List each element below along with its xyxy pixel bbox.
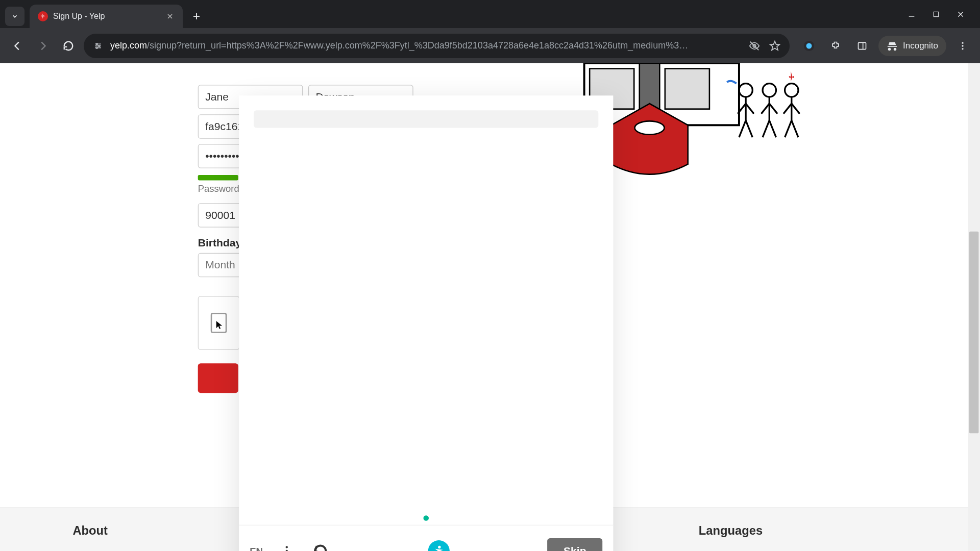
footer-col-languages: Languages English Countries — [699, 524, 908, 551]
browser-chrome: Sign Up - Yelp yelp.com/signup?return_ur… — [0, 0, 980, 63]
svg-line-43 — [783, 104, 792, 114]
close-icon[interactable] — [165, 12, 175, 21]
viewport: Jane Dawson fa9c161 •••••••••••• Passwor… — [0, 63, 980, 551]
scrollbar-thumb[interactable] — [969, 232, 978, 434]
footer-heading-languages: Languages — [699, 524, 908, 538]
window-controls — [906, 0, 980, 28]
tab-bar: Sign Up - Yelp — [0, 0, 980, 28]
toolbar-right: Incognito — [795, 36, 973, 56]
svg-point-41 — [785, 84, 798, 97]
svg-point-23 — [962, 48, 963, 49]
toolbar: yelp.com/signup?return_url=https%3A%2F%2… — [0, 28, 980, 63]
eye-off-icon[interactable] — [749, 40, 760, 52]
yelp-favicon — [38, 11, 48, 21]
svg-marker-16 — [770, 41, 779, 49]
svg-line-46 — [792, 120, 798, 137]
svg-point-12 — [99, 45, 100, 46]
svg-point-21 — [962, 42, 963, 43]
svg-line-38 — [769, 104, 777, 114]
svg-point-29 — [739, 84, 752, 97]
extensions-icon[interactable] — [825, 36, 846, 56]
page-content: Jane Dawson fa9c161 •••••••••••• Passwor… — [0, 63, 980, 551]
svg-rect-5 — [934, 12, 938, 16]
bookmark-star-icon[interactable] — [769, 40, 780, 52]
tab-title: Sign Up - Yelp — [53, 12, 160, 21]
maximize-icon[interactable] — [931, 9, 941, 19]
captcha-instruction-placeholder — [254, 110, 598, 128]
chevron-down-icon — [11, 13, 18, 20]
svg-point-11 — [96, 43, 97, 44]
svg-point-50 — [438, 545, 441, 548]
svg-point-22 — [962, 45, 963, 46]
captcha-challenge-modal: EN Skip — [239, 95, 613, 551]
captcha-skip-button[interactable]: Skip — [547, 538, 602, 551]
svg-line-32 — [746, 104, 754, 114]
incognito-icon — [887, 40, 898, 52]
captcha-more-icon[interactable] — [278, 541, 297, 551]
window-close-icon[interactable] — [955, 9, 966, 19]
signup-button[interactable] — [198, 363, 238, 393]
cursor-icon — [215, 318, 224, 332]
svg-point-47 — [286, 546, 288, 548]
vertical-scrollbar[interactable] — [968, 63, 980, 551]
incognito-indicator[interactable]: Incognito — [878, 36, 946, 56]
back-button[interactable] — [7, 36, 28, 56]
recaptcha-checkbox[interactable] — [211, 313, 227, 333]
captcha-footer: EN Skip — [239, 525, 613, 551]
browser-tab[interactable]: Sign Up - Yelp — [30, 5, 183, 28]
url-text: yelp.com/signup?return_url=https%3A%2F%2… — [110, 40, 742, 51]
incognito-label: Incognito — [903, 41, 938, 51]
forward-button[interactable] — [33, 36, 53, 56]
captcha-language[interactable]: EN — [250, 545, 263, 551]
captcha-refresh-icon[interactable] — [311, 541, 330, 551]
svg-line-39 — [763, 120, 769, 137]
new-tab-button[interactable] — [187, 7, 206, 26]
address-bar[interactable]: yelp.com/signup?return_url=https%3A%2F%2… — [84, 34, 790, 58]
kebab-menu-icon[interactable] — [952, 36, 973, 56]
extensions-profile-icon[interactable] — [799, 36, 819, 56]
svg-line-40 — [769, 120, 776, 137]
svg-point-18 — [806, 43, 812, 48]
svg-rect-19 — [859, 42, 866, 49]
minimize-icon[interactable] — [906, 9, 917, 19]
captcha-accessibility-icon[interactable] — [427, 539, 451, 551]
side-panel-icon[interactable] — [852, 36, 872, 56]
recaptcha-box[interactable] — [198, 296, 240, 349]
svg-rect-27 — [665, 69, 709, 109]
svg-point-13 — [96, 47, 97, 48]
captcha-body — [239, 95, 613, 524]
svg-point-28 — [635, 121, 665, 134]
reload-button[interactable] — [58, 36, 79, 56]
svg-line-45 — [785, 120, 792, 137]
password-strength-bar — [198, 175, 238, 181]
svg-line-37 — [761, 104, 769, 114]
captcha-page-indicator — [423, 515, 429, 521]
svg-line-44 — [792, 104, 800, 114]
svg-point-35 — [763, 84, 776, 97]
site-settings-icon[interactable] — [93, 41, 103, 51]
tab-search-button[interactable] — [5, 7, 24, 26]
svg-line-34 — [746, 120, 752, 137]
